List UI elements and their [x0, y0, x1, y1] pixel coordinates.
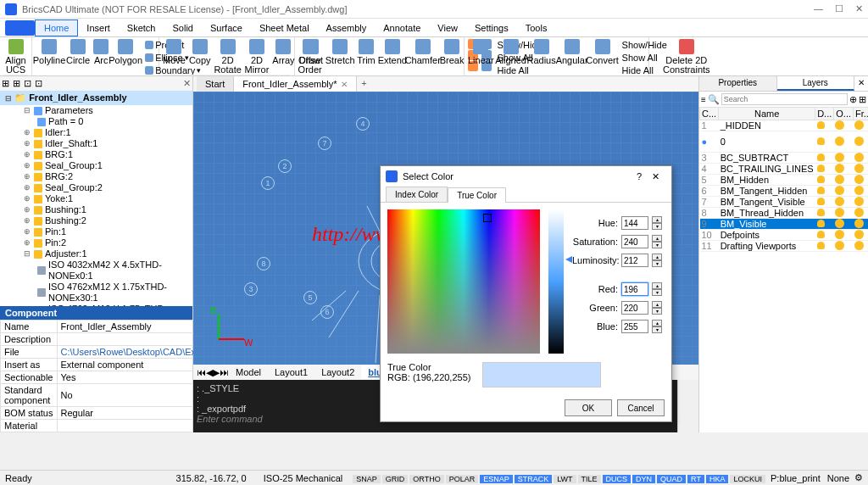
tab-home[interactable]: Home	[35, 20, 78, 36]
sun-icon[interactable]	[836, 242, 843, 249]
tree-item[interactable]: ⊕Bushing:1	[0, 204, 192, 215]
bulb-icon[interactable]	[817, 220, 825, 227]
new-tab-icon[interactable]: +	[357, 76, 372, 92]
prop-row[interactable]: Material	[1, 420, 214, 432]
freeze-icon[interactable]	[855, 187, 863, 194]
dialog-tab-index[interactable]: Index Color	[386, 187, 448, 202]
layer-row[interactable]: 10 Defpoints White	[700, 230, 869, 241]
status-quad[interactable]: QUAD	[657, 475, 686, 483]
status-lwt[interactable]: LWT	[554, 475, 576, 483]
sun-icon[interactable]	[836, 176, 843, 183]
right-panel-close-icon[interactable]: ✕	[854, 76, 868, 91]
c-showall-button[interactable]: Show All	[620, 52, 670, 64]
freeze-icon[interactable]	[855, 164, 863, 172]
dialog-tab-truecolor[interactable]: True Color	[448, 187, 506, 203]
red-input[interactable]	[621, 282, 648, 296]
freeze-icon[interactable]	[855, 153, 863, 161]
tab-close-icon[interactable]: ✕	[341, 80, 348, 89]
prop-row[interactable]: Insert asExternal component	[1, 359, 214, 371]
break-button[interactable]: Break	[440, 39, 465, 65]
lum-input[interactable]	[621, 254, 648, 267]
tree-item[interactable]: ⊕Seal_Group:1	[0, 160, 192, 171]
layout-prev-icon[interactable]: ◀	[206, 367, 213, 378]
layers-filter-icon[interactable]: ≡	[701, 95, 706, 104]
minimize-icon[interactable]: —	[814, 3, 823, 14]
mechanical-tree[interactable]: ⊟ParametersPath = 0⊕Idler:1⊕Idler_Shaft:…	[0, 105, 192, 306]
status-dyn[interactable]: DYN	[632, 475, 655, 483]
sun-icon[interactable]	[836, 137, 843, 145]
status-ducs[interactable]: DUCS	[603, 475, 632, 483]
bulb-icon[interactable]	[817, 187, 825, 194]
status-grid[interactable]: GRID	[382, 475, 409, 483]
freeze-icon[interactable]	[855, 198, 863, 205]
hue-up[interactable]: ▴	[652, 216, 662, 223]
prop-row[interactable]: BOM statusRegular	[1, 407, 214, 420]
layer-row[interactable]: 8 BM_Thread_Hidden White	[700, 208, 869, 219]
tree-item-parameters[interactable]: ⊟Parameters	[0, 105, 192, 116]
tab-properties[interactable]: Properties	[699, 76, 777, 91]
freeze-icon[interactable]	[855, 176, 863, 183]
lum-up[interactable]: ▴	[652, 254, 662, 260]
layers-new-icon[interactable]: ⊕	[849, 94, 857, 105]
prop-row[interactable]: FileC:\Users\Rowe\Desktop\CAD\Excav	[1, 346, 214, 359]
lum-down[interactable]: ▾	[652, 260, 662, 267]
panel-icon-2[interactable]: ⊞	[13, 78, 20, 89]
tab-settings[interactable]: Settings	[466, 20, 517, 36]
file-menu[interactable]	[5, 20, 35, 36]
arc-button[interactable]: Arc	[93, 39, 108, 65]
sat-down[interactable]: ▾	[652, 242, 662, 248]
tab-surface[interactable]: Surface	[202, 20, 251, 36]
align-ucs-button[interactable]: Align UCS	[3, 39, 28, 75]
prop-row[interactable]: SectionableYes	[1, 371, 214, 384]
tab-sketch[interactable]: Sketch	[119, 20, 164, 36]
hue-sat-picker[interactable]	[387, 209, 540, 354]
tree-item[interactable]: ⊕Idler_Shaft:1	[0, 138, 192, 149]
hue-down[interactable]: ▾	[652, 223, 662, 230]
chamfer-button[interactable]: Chamfer	[409, 39, 437, 65]
layer-col-O...[interactable]: O...	[834, 108, 854, 120]
maximize-icon[interactable]: ☐	[835, 3, 843, 14]
sun-icon[interactable]	[836, 121, 843, 129]
tree-item[interactable]: ⊕Yoke:1	[0, 193, 192, 204]
freeze-icon[interactable]	[855, 220, 863, 227]
tree-item[interactable]: ⊕Seal_Group:2	[0, 182, 192, 193]
status-strack[interactable]: STRACK	[515, 475, 553, 483]
tab-insert[interactable]: Insert	[78, 20, 119, 36]
polyline-button[interactable]: Polyline	[36, 39, 63, 65]
tree-root-header[interactable]: ⊟ 📁 Front_Idler_Assembly	[0, 91, 192, 105]
layout-tab-model[interactable]: Model	[229, 365, 268, 379]
lum-handle-icon[interactable]	[565, 256, 572, 263]
dialog-help-icon[interactable]: ?	[633, 168, 645, 185]
panel-icon-4[interactable]: ⊡	[35, 78, 42, 89]
tab-view[interactable]: View	[429, 20, 466, 36]
layers-search-input[interactable]	[721, 93, 848, 105]
tree-item[interactable]: ⊕Pin:1	[0, 226, 192, 237]
tab-layers[interactable]: Layers	[777, 76, 855, 91]
layer-row[interactable]: 7 BM_Tangent_Visible White	[700, 197, 869, 208]
blue-up[interactable]: ▴	[652, 320, 662, 326]
tree-item[interactable]: ⊕BRG:2	[0, 171, 192, 182]
layer-col-Name[interactable]: Name	[719, 108, 815, 120]
tab-sheetmetal[interactable]: Sheet Metal	[251, 20, 318, 36]
bulb-icon[interactable]	[817, 121, 825, 129]
stretch-button[interactable]: Stretch	[326, 39, 353, 65]
layers-opt-icon[interactable]: ⊞	[859, 94, 866, 105]
delete-constraints-button[interactable]: Delete 2D Constraints	[673, 39, 700, 75]
luminosity-slider[interactable]	[548, 209, 564, 354]
extend-button[interactable]: Extend	[379, 39, 406, 65]
bulb-icon[interactable]	[817, 153, 825, 161]
c-showhide-button[interactable]: Show/Hide	[620, 39, 670, 51]
sun-icon[interactable]	[836, 164, 843, 172]
tab-tools[interactable]: Tools	[517, 20, 556, 36]
sat-input[interactable]	[621, 235, 648, 248]
cancel-button[interactable]: Cancel	[617, 399, 665, 416]
tree-item[interactable]: ⊕BRG:1	[0, 149, 192, 160]
tree-item-adjuster[interactable]: ⊟Adjuster:1	[0, 248, 192, 259]
circle-button[interactable]: Circle	[66, 39, 90, 65]
move-button[interactable]: Move	[163, 39, 186, 65]
status-dropdown-icon[interactable]: ⚙	[854, 472, 863, 483]
layer-row[interactable]: 9 BM_Visible 255	[700, 219, 869, 230]
hue-input[interactable]	[621, 216, 648, 230]
layer-row[interactable]: 6 BM_Tangent_Hidden White	[700, 186, 869, 197]
status-polar[interactable]: POLAR	[446, 475, 479, 483]
